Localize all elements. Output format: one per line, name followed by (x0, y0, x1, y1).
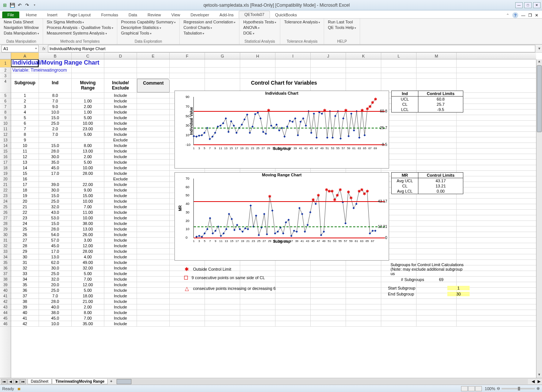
cell[interactable]: 21.00 (72, 299, 104, 304)
cell[interactable] (346, 260, 381, 265)
cell[interactable] (170, 293, 205, 298)
cell[interactable] (240, 260, 275, 265)
row-header-41[interactable]: 41 (0, 293, 11, 299)
workbook-close-icon[interactable]: ✕ (535, 13, 538, 18)
sheet-prev-icon[interactable]: ◀ (7, 379, 13, 384)
cell[interactable]: 38.0 (39, 310, 72, 315)
cell[interactable] (170, 321, 205, 326)
row-header-9[interactable]: 9 (0, 115, 11, 121)
cell[interactable] (72, 176, 104, 182)
ribbon-tab-page-layout[interactable]: Page Layout (63, 12, 96, 18)
col-header-H[interactable]: H (240, 53, 275, 59)
cell[interactable]: Include (104, 221, 137, 226)
cell[interactable] (240, 321, 275, 326)
cell[interactable] (417, 232, 457, 237)
cell[interactable]: 21 (11, 204, 39, 209)
cell[interactable] (137, 282, 170, 287)
ribbon-tab-developer[interactable]: Developer (185, 12, 214, 18)
save-icon[interactable]: 💾 (9, 2, 16, 9)
col-header-M[interactable]: M (417, 53, 457, 59)
cell[interactable] (311, 277, 346, 282)
cell[interactable]: 45.0 (39, 316, 72, 321)
cell[interactable] (240, 265, 275, 271)
ribbon-tab-quickbooks[interactable]: QuickBooks (270, 12, 302, 18)
cell[interactable] (311, 68, 346, 73)
cell[interactable] (381, 304, 417, 310)
cell[interactable]: MovingRange (72, 79, 104, 92)
cell[interactable] (205, 304, 240, 310)
row-header-44[interactable]: 44 (0, 310, 11, 316)
cell[interactable]: Include/Exclude (104, 79, 137, 92)
cell[interactable]: Include (104, 232, 137, 237)
cell[interactable] (137, 137, 170, 143)
col-header-C[interactable]: C (72, 53, 104, 59)
cell[interactable] (170, 299, 205, 304)
cell[interactable]: 25.0 (39, 271, 72, 276)
cell[interactable] (275, 265, 311, 271)
cell[interactable] (137, 304, 170, 310)
row-header-23[interactable]: 23 (0, 193, 11, 199)
cell[interactable] (137, 193, 170, 198)
ribbon-item-process-capability-summary[interactable]: Process Capability Summary▾ (120, 19, 176, 24)
cell[interactable]: 32 (11, 265, 39, 271)
cell[interactable]: 35.00 (72, 321, 104, 326)
cell[interactable] (311, 304, 346, 310)
cell[interactable]: Include (104, 288, 137, 293)
cell[interactable]: 12 (11, 154, 39, 159)
cell[interactable]: Include (104, 304, 137, 310)
cell[interactable] (311, 316, 346, 321)
qat-dropdown-icon[interactable]: ▾ (31, 2, 38, 9)
cell[interactable] (381, 310, 417, 315)
hscroll-left-icon[interactable]: ◀ (530, 379, 536, 384)
cell[interactable] (417, 204, 457, 209)
row-header-29[interactable]: 29 (0, 226, 11, 232)
ribbon-item-control-charts[interactable]: Control Charts▾ (183, 25, 236, 30)
cell[interactable] (417, 132, 457, 137)
cell[interactable]: 7.00 (72, 204, 104, 209)
scroll-down-icon[interactable]: ▼ (536, 373, 542, 378)
cell[interactable]: 28.0 (39, 226, 72, 232)
cell[interactable] (417, 210, 457, 215)
cell[interactable] (240, 316, 275, 321)
col-header-J[interactable]: J (311, 53, 346, 59)
redo-icon[interactable]: ↷ (24, 2, 30, 9)
cell[interactable]: Include (104, 187, 137, 193)
cell[interactable] (104, 68, 137, 73)
cell[interactable]: 3.00 (72, 238, 104, 243)
vscroll-thumb[interactable] (537, 65, 542, 132)
cell[interactable] (137, 110, 170, 115)
cell[interactable]: 33 (11, 271, 39, 276)
cell[interactable]: 15.0 (39, 115, 72, 120)
cell[interactable]: 20.0 (39, 282, 72, 287)
cell[interactable] (275, 299, 311, 304)
cell[interactable]: 20 (11, 199, 39, 204)
cell[interactable] (137, 143, 170, 148)
cell[interactable]: Include (104, 271, 137, 276)
end-subgroup-value[interactable]: 30 (447, 292, 470, 296)
col-header-G[interactable]: G (205, 53, 240, 59)
cell[interactable] (346, 310, 381, 315)
cell[interactable] (137, 148, 170, 154)
row-header-22[interactable]: 22 (0, 187, 11, 193)
row-header-37[interactable]: 37 (0, 271, 11, 277)
ribbon-item-new-data-sheet[interactable]: New Data Sheet (3, 19, 40, 24)
cell[interactable] (275, 310, 311, 315)
cell[interactable] (137, 293, 170, 298)
cell[interactable]: 9.00 (72, 187, 104, 193)
cell[interactable]: 24 (11, 221, 39, 226)
ribbon-tab-add-ins[interactable]: Add-Ins (214, 12, 239, 18)
row-header-11[interactable]: 11 (0, 126, 11, 132)
cell[interactable]: 10.00 (72, 165, 104, 170)
cell[interactable] (311, 288, 346, 293)
row-header-25[interactable]: 25 (0, 204, 11, 210)
name-box[interactable]: A1 ▾ (1, 45, 39, 52)
row-header-13[interactable]: 13 (0, 137, 11, 143)
row-header-46[interactable]: 46 (0, 321, 11, 327)
cell[interactable]: 25.0 (39, 121, 72, 126)
select-all-corner[interactable] (0, 53, 11, 59)
cell[interactable]: 57.0 (39, 238, 72, 243)
cell[interactable] (39, 73, 72, 78)
cell[interactable] (137, 187, 170, 193)
row-header-32[interactable]: 32 (0, 243, 11, 249)
cell[interactable]: 12.00 (72, 282, 104, 287)
